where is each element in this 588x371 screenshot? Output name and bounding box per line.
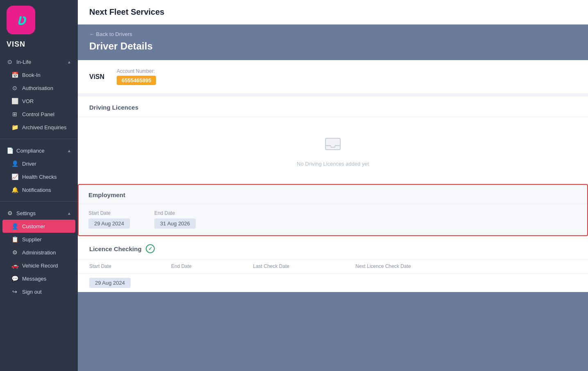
driving-licences-card: Driving Licences No Driving Licences add… (78, 97, 588, 183)
vehicle-record-icon: 🚗 (11, 262, 18, 269)
control-panel-label: Control Panel (22, 111, 54, 117)
notifications-icon: 🔔 (11, 187, 18, 193)
main-content-wrapper: ViSN Account Number: 6555465895 Driving … (78, 60, 588, 292)
notifications-label: Notifications (22, 187, 51, 193)
driving-licences-empty-text: No Driving Licences added yet (297, 161, 369, 167)
health-checks-label: Health Checks (22, 174, 57, 180)
licence-checking-card: Licence Checking ✓ Start Date End Date L… (78, 237, 588, 292)
control-panel-icon: ⊞ (11, 111, 18, 117)
sidebar-item-customer[interactable]: 👤 Customer (2, 220, 75, 233)
svg-rect-0 (326, 138, 340, 150)
account-number-label: Account Number: (117, 68, 156, 74)
settings-icon: ⚙ (7, 210, 13, 216)
archived-enquiries-label: Archived Enquiries (22, 124, 66, 130)
supplier-label: Supplier (22, 236, 42, 243)
logo-area: ʋ (0, 0, 78, 38)
employment-date-row: Start Date 29 Aug 2024 End Date 31 Aug 2… (88, 210, 577, 229)
vor-icon: ⬜ (11, 98, 18, 104)
sidebar: ʋ VISN ⊙ In-Life ▲ 📅 Book-In ⊙ Authorisa… (0, 0, 78, 371)
employment-end-date-label: End Date (154, 210, 196, 216)
driver-label: Driver (22, 161, 36, 167)
sidebar-item-driver[interactable]: 👤 Driver (0, 157, 78, 170)
content-area: ← Back to Drivers Driver Details ViSN Ac… (78, 25, 588, 371)
sidebar-item-notifications[interactable]: 🔔 Notifications (0, 183, 78, 196)
book-in-icon: 📅 (11, 72, 18, 78)
messages-label: Messages (22, 276, 46, 282)
employment-end-date-field: End Date 31 Aug 2026 (154, 210, 196, 229)
compliance-chevron: ▲ (67, 148, 71, 153)
in-life-icon: ⊙ (7, 58, 13, 65)
sidebar-item-health-checks[interactable]: 📈 Health Checks (0, 170, 78, 183)
sidebar-item-supplier[interactable]: 📋 Supplier (0, 233, 78, 246)
customer-icon: 👤 (11, 223, 18, 229)
sidebar-item-administration[interactable]: ⚙ Administration (0, 246, 78, 259)
sign-out-icon: ↪ (11, 288, 18, 295)
customer-label: Customer (22, 223, 45, 229)
driving-licences-title: Driving Licences (78, 97, 588, 117)
licence-checking-check-icon: ✓ (146, 244, 155, 253)
health-checks-icon: 📈 (11, 173, 18, 180)
authorisation-icon: ⊙ (11, 85, 18, 91)
licence-checking-header: Licence Checking ✓ (78, 237, 588, 259)
in-life-chevron: ▲ (67, 60, 71, 64)
employment-wrapper: Employment Start Date 29 Aug 2024 End Da… (78, 184, 588, 236)
employment-start-date-value: 29 Aug 2024 (88, 218, 130, 229)
sidebar-item-vehicle-record[interactable]: 🚗 Vehicle Record (0, 259, 78, 272)
settings-section: ⚙ Settings ▲ 👤 Customer 📋 Supplier ⚙ Adm… (0, 204, 78, 301)
sidebar-item-vor[interactable]: ⬜ VOR (0, 94, 78, 108)
page-title: Next Fleet Services (89, 7, 164, 16)
licence-table-header: Start Date End Date Last Check Date Next… (78, 259, 588, 274)
sidebar-item-archived-enquiries[interactable]: 📁 Archived Enquiries (0, 121, 78, 134)
compliance-header[interactable]: 📄 Compliance ▲ (0, 144, 78, 157)
lc-next-check-col: Next Licence Check Date (355, 263, 577, 269)
driver-icon: 👤 (11, 160, 18, 167)
sidebar-item-control-panel[interactable]: ⊞ Control Panel (0, 108, 78, 121)
sidebar-item-authorisation[interactable]: ⊙ Authorisation (0, 81, 78, 94)
visn-label: ViSN (89, 73, 104, 81)
driving-licences-empty: No Driving Licences added yet (78, 117, 588, 183)
main-content: Next Fleet Services ← Back to Drivers Dr… (78, 0, 588, 371)
back-to-drivers-link[interactable]: ← Back to Drivers (89, 31, 577, 37)
administration-label: Administration (22, 250, 56, 256)
employment-start-date-field: Start Date 29 Aug 2024 (88, 210, 130, 229)
settings-label: Settings (16, 210, 36, 216)
account-number-badge: 6555465895 (117, 76, 156, 85)
empty-inbox-icon (323, 133, 343, 157)
archived-enquiries-icon: 📁 (11, 124, 18, 130)
visn-account-card: ViSN Account Number: 6555465895 (78, 60, 588, 93)
authorisation-label: Authorisation (22, 85, 53, 91)
driver-header: ← Back to Drivers Driver Details (78, 25, 588, 60)
administration-icon: ⚙ (11, 249, 18, 256)
vehicle-record-label: Vehicle Record (22, 263, 58, 269)
sign-out-label: Sign out (22, 289, 42, 295)
in-life-label: In-Life (16, 59, 31, 65)
settings-chevron: ▲ (67, 211, 71, 216)
employment-end-date-value: 31 Aug 2026 (154, 218, 196, 229)
in-life-header[interactable]: ⊙ In-Life ▲ (0, 55, 78, 68)
employment-title: Employment (79, 185, 587, 204)
messages-icon: 💬 (11, 275, 18, 282)
licence-checking-title-text: Licence Checking (89, 245, 142, 252)
compliance-label: Compliance (16, 148, 45, 154)
in-life-section: ⊙ In-Life ▲ 📅 Book-In ⊙ Authorisation ⬜ … (0, 53, 78, 136)
compliance-icon: 📄 (7, 147, 13, 154)
employment-start-date-label: Start Date (88, 210, 130, 216)
sidebar-item-book-in[interactable]: 📅 Book-In (0, 68, 78, 81)
sidebar-item-messages[interactable]: 💬 Messages (0, 272, 78, 285)
lc-start-date-value: 29 Aug 2024 (89, 278, 131, 288)
licence-table-row: 29 Aug 2024 (78, 274, 588, 292)
employment-card: Employment Start Date 29 Aug 2024 End Da… (78, 184, 588, 236)
app-logo: ʋ (7, 6, 35, 34)
lc-start-date-col: Start Date (89, 263, 171, 269)
top-bar: Next Fleet Services (78, 0, 588, 25)
sidebar-item-sign-out[interactable]: ↪ Sign out (0, 285, 78, 298)
supplier-icon: 📋 (11, 236, 18, 243)
driver-details-title: Driver Details (89, 40, 577, 52)
lc-end-date-col: End Date (171, 263, 253, 269)
lc-last-check-col: Last Check Date (253, 263, 355, 269)
account-number-block: Account Number: 6555465895 (117, 68, 156, 85)
settings-header[interactable]: ⚙ Settings ▲ (0, 207, 78, 220)
book-in-label: Book-In (22, 72, 41, 78)
compliance-section: 📄 Compliance ▲ 👤 Driver 📈 Health Checks … (0, 142, 78, 199)
visn-info-row: ViSN Account Number: 6555465895 (78, 60, 588, 93)
